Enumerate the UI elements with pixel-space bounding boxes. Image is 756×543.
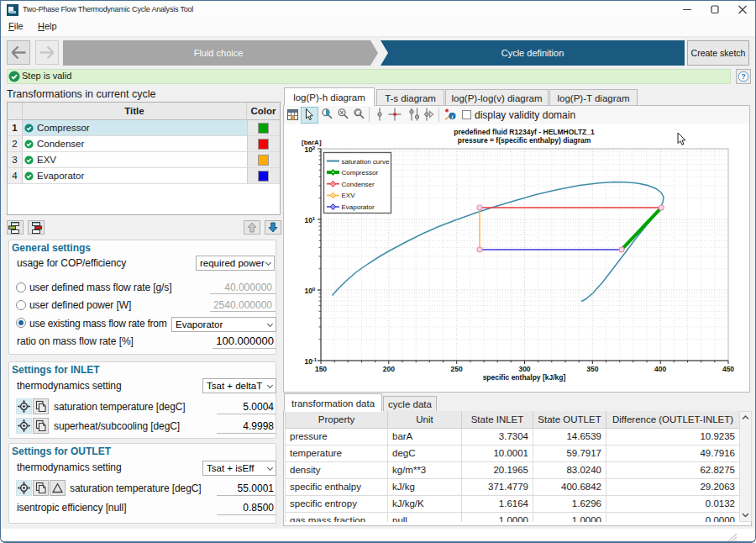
- svg-text:Compressor: Compressor: [342, 169, 379, 177]
- svg-text:350: 350: [586, 365, 598, 373]
- svg-text:0: 0: [312, 286, 316, 292]
- svg-text:10: 10: [305, 357, 313, 366]
- svg-text:[barA]: [barA]: [302, 139, 322, 146]
- svg-text:predefined fluid R1234yf - HEL: predefined fluid R1234yf - HELMHOLTZ_1: [454, 128, 595, 136]
- svg-text:250: 250: [451, 365, 463, 373]
- svg-text:400: 400: [654, 365, 666, 373]
- svg-text:150: 150: [315, 365, 327, 373]
- svg-text:10: 10: [305, 216, 313, 224]
- svg-text:?: ?: [741, 72, 745, 81]
- svg-text:450: 450: [722, 365, 734, 373]
- svg-text:i: i: [452, 113, 454, 120]
- svg-text:EXV: EXV: [342, 192, 356, 199]
- svg-text:Evaporator: Evaporator: [342, 203, 375, 211]
- svg-text:10: 10: [305, 287, 313, 295]
- svg-text:pressure = f(specific enthalpy: pressure = f(specific enthalpy) diagram: [458, 136, 591, 145]
- svg-text:1: 1: [312, 215, 316, 221]
- svg-text:10: 10: [305, 145, 313, 154]
- svg-text:-1: -1: [312, 356, 318, 362]
- svg-text:saturation curve: saturation curve: [342, 158, 390, 166]
- svg-text:200: 200: [383, 365, 395, 373]
- svg-text:display validity domain: display validity domain: [475, 109, 575, 121]
- svg-text:specific enthalpy [kJ/kg]: specific enthalpy [kJ/kg]: [483, 373, 566, 382]
- svg-text:Condenser: Condenser: [342, 181, 375, 188]
- svg-text:300: 300: [518, 365, 530, 373]
